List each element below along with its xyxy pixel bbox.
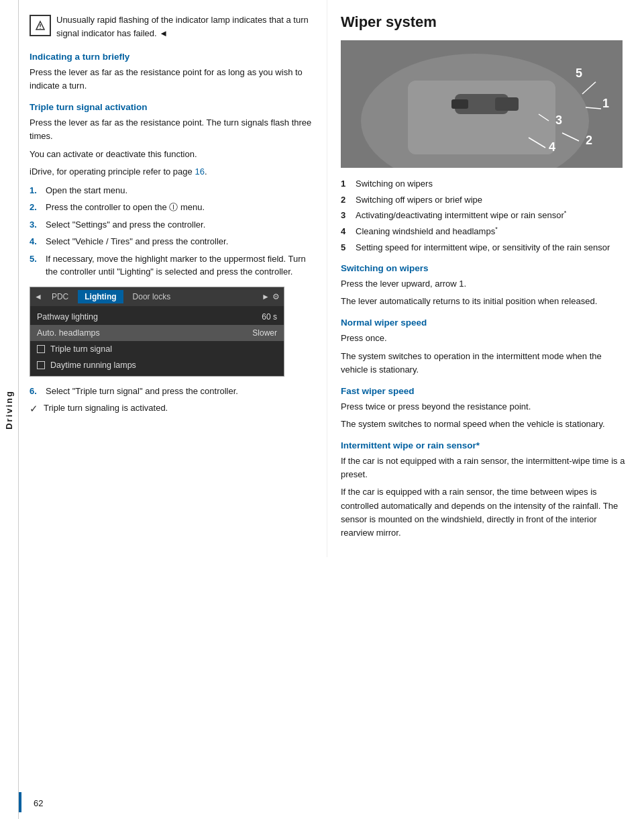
warning-icon (30, 15, 51, 36)
idrive-nav-bar: ◄ PDC Lighting Door locks ► ⚙ (30, 287, 284, 306)
wiper-item-2: 2 Switching off wipers or brief wipe (341, 193, 631, 207)
result-line: ✓ Triple turn signaling is activated. (30, 403, 313, 415)
body-normal-2: The system switches to operation in the … (341, 350, 631, 377)
step-2: 2. Press the controller to open the Ⓘ me… (30, 201, 313, 214)
svg-rect-8 (495, 97, 519, 111)
body-fast-1: Press twice or press beyond the resistan… (341, 400, 631, 414)
body-triple-idrive: iDrive, for operating principle refer to… (30, 165, 313, 179)
nav-settings-icon: ⚙ (272, 292, 280, 301)
svg-text:1: 1 (602, 97, 609, 110)
step-3: 3. Select "Settings" and press the contr… (30, 218, 313, 232)
body-intermittent-1: If the car is not equipped with a rain s… (341, 454, 631, 481)
idrive-link[interactable]: 16 (195, 166, 204, 177)
nav-arrow-right[interactable]: ► (262, 292, 270, 301)
body-switching-on-2: The lever automatically returns to its i… (341, 295, 631, 308)
nav-tab-pdc[interactable]: PDC (45, 290, 75, 303)
page-number: 62 (34, 798, 43, 808)
warning-box: Unusually rapid flashing of the indicato… (30, 13, 313, 40)
sidebar: Driving (0, 0, 19, 819)
steps-list: 1. Open the start menu. 2. Press the con… (30, 184, 313, 279)
section-heading-switching-on: Switching on wipers (341, 263, 631, 273)
idrive-screenshot: ◄ PDC Lighting Door locks ► ⚙ Pathway li… (30, 287, 284, 377)
step6-list: 6. Select "Triple turn signal" and press… (30, 385, 313, 398)
body-fast-2: The system switches to normal speed when… (341, 418, 631, 431)
left-column: Unusually rapid flashing of the indicato… (19, 0, 327, 557)
body-triple-2: You can activate or deactivate this func… (30, 148, 313, 161)
step-4: 4. Select "Vehicle / Tires" and press th… (30, 235, 313, 248)
sidebar-label: Driving (4, 390, 14, 430)
section-heading-triple: Triple turn signal activation (30, 102, 313, 112)
svg-text:2: 2 (586, 134, 592, 147)
section-heading-fast-speed: Fast wiper speed (341, 386, 631, 396)
nav-tab-doorlocks[interactable]: Door locks (126, 290, 178, 303)
section-heading-indicating: Indicating a turn briefly (30, 52, 313, 62)
idrive-row-daytime[interactable]: Daytime running lamps (30, 357, 284, 373)
triple-checkbox[interactable] (37, 345, 45, 353)
svg-rect-5 (408, 81, 555, 154)
right-column: Wiper system 5 1 2 3 4 (327, 0, 644, 557)
wiper-image: 5 1 2 3 4 (341, 40, 623, 168)
wiper-item-3: 3 Activating/deactivating intermittent w… (341, 209, 631, 222)
wiper-item-1: 1 Switching on wipers (341, 177, 631, 191)
idrive-rows: Pathway lighting 60 s Auto. headlamps Sl… (30, 306, 284, 376)
page-accent-bar (19, 792, 21, 812)
idrive-row-pathway[interactable]: Pathway lighting 60 s (30, 309, 284, 325)
step-5: 5. If necessary, move the highlight mark… (30, 252, 313, 279)
body-intermittent-2: If the car is equipped with a rain senso… (341, 485, 631, 540)
nav-tab-lighting[interactable]: Lighting (78, 290, 123, 303)
body-normal-1: Press once. (341, 332, 631, 345)
wiper-item-4: 4 Cleaning windshield and headlamps* (341, 225, 631, 238)
section-heading-normal-speed: Normal wiper speed (341, 318, 631, 328)
nav-arrow-left[interactable]: ◄ (34, 292, 42, 301)
svg-rect-7 (451, 99, 468, 109)
body-switching-on-1: Press the lever upward, arrow 1. (341, 277, 631, 291)
wiper-heading: Wiper system (341, 13, 631, 31)
svg-text:5: 5 (576, 66, 582, 80)
wiper-item-5: 5 Setting speed for intermittent wipe, o… (341, 241, 631, 254)
step-1: 1. Open the start menu. (30, 184, 313, 197)
daytime-checkbox[interactable] (37, 361, 45, 369)
svg-point-2 (40, 28, 40, 28)
step-6: 6. Select "Triple turn signal" and press… (30, 385, 313, 398)
body-indicating: Press the lever as far as the resistance… (30, 66, 313, 93)
section-heading-intermittent: Intermittent wipe or rain sensor* (341, 440, 631, 450)
warning-text: Unusually rapid flashing of the indicato… (56, 13, 313, 40)
svg-text:4: 4 (549, 140, 555, 154)
idrive-row-headlamps[interactable]: Auto. headlamps Slower (30, 325, 284, 341)
checkmark-icon: ✓ (30, 403, 38, 415)
idrive-row-triple[interactable]: Triple turn signal (30, 341, 284, 357)
wiper-items-list: 1 Switching on wipers 2 Switching off wi… (341, 177, 631, 254)
body-triple-1: Press the lever as far as the resistance… (30, 116, 313, 143)
svg-text:3: 3 (555, 113, 562, 127)
